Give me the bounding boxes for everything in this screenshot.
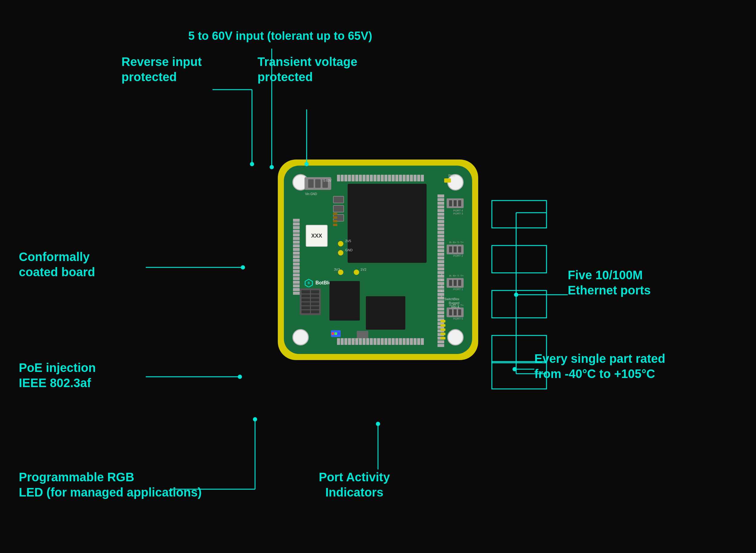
programmable-rgb-label: Programmable RGBLED (for managed applica… bbox=[19, 469, 202, 500]
main-chip bbox=[348, 184, 427, 263]
vin-gnd-label: Vin GND bbox=[305, 192, 317, 196]
activity-leds bbox=[441, 320, 445, 339]
svg-point-3 bbox=[270, 165, 274, 169]
dot-1v2 bbox=[354, 269, 359, 275]
board-outer: Vin GND 5-60V PWR XXX 2V5 GND 3 bbox=[278, 160, 478, 360]
act-led-1 bbox=[441, 320, 445, 322]
port-1-group: R- R+ T- T+ PORT 1 bbox=[447, 274, 464, 291]
pwr-led bbox=[444, 178, 451, 183]
pwr-label: PWR bbox=[449, 174, 455, 177]
dot-2v5 bbox=[338, 241, 344, 246]
botblox-icon: B bbox=[304, 279, 313, 287]
act-led-3 bbox=[441, 328, 445, 331]
svg-point-10 bbox=[241, 265, 245, 269]
chip-bottom-left bbox=[329, 281, 360, 321]
port-5-label: PORT 5 bbox=[447, 317, 464, 320]
svg-rect-25 bbox=[492, 201, 547, 228]
reverse-input-label: Reverse inputprotected bbox=[121, 54, 202, 84]
conformally-coated-label: Conformallycoated board bbox=[19, 249, 95, 280]
dot-gnd bbox=[338, 250, 344, 255]
pin-header-left bbox=[293, 219, 300, 295]
voltage-board-label: 5-60V bbox=[323, 179, 332, 182]
ethernet-ports-label: Five 10/100MEthernet ports bbox=[568, 267, 651, 298]
resistor-col bbox=[333, 213, 337, 226]
board-wrapper: Vin GND 5-60V PWR XXX 2V5 GND 3 bbox=[278, 160, 478, 360]
svg-rect-26 bbox=[492, 245, 547, 273]
pin-header-top bbox=[337, 175, 424, 181]
svg-text:B: B bbox=[307, 282, 310, 285]
xxx-chip: XXX bbox=[306, 225, 327, 247]
chip-bottom-right bbox=[366, 296, 405, 330]
v-label-gnd: GND bbox=[345, 248, 353, 252]
temperature-rated-label: Every single part ratedfrom -40°C to +10… bbox=[534, 351, 665, 381]
voltage-range-label: 5 to 60V input (tolerant up to 65V) bbox=[188, 29, 372, 44]
transient-voltage-label: Transient voltageprotected bbox=[258, 54, 357, 84]
boot-button bbox=[357, 331, 368, 338]
v-label-1v2: 1V2 bbox=[360, 268, 367, 271]
led-numbers: 43215 bbox=[441, 272, 442, 299]
boot-label: BOOT bbox=[351, 338, 360, 341]
port-1-label: PORT 1 bbox=[447, 288, 464, 291]
svg-point-17 bbox=[376, 422, 380, 426]
port-4-3-group: PORT 4PORT 3 bbox=[447, 199, 464, 215]
rgb-led bbox=[331, 330, 341, 337]
pin-header-bottom bbox=[337, 338, 424, 345]
svg-point-15 bbox=[253, 417, 257, 421]
board-inner: Vin GND 5-60V PWR XXX 2V5 GND 3 bbox=[284, 166, 472, 354]
port-2-label: PORT 2 bbox=[447, 254, 464, 257]
corner-br bbox=[447, 329, 464, 345]
svg-point-24 bbox=[512, 367, 517, 371]
svg-point-6 bbox=[250, 162, 254, 166]
act-led-4 bbox=[441, 333, 445, 335]
xxx-chip-label: XXX bbox=[311, 233, 322, 239]
svg-point-22 bbox=[514, 293, 518, 297]
svg-point-12 bbox=[238, 375, 242, 379]
v-label-2v5: 2V5 bbox=[345, 239, 351, 243]
v-label-3v3: 3V3 bbox=[334, 268, 340, 271]
port-43-label: PORT 4PORT 3 bbox=[447, 209, 464, 215]
poe-injection-label: PoE injectionIEEE 802.3af bbox=[19, 360, 96, 390]
corner-bl bbox=[292, 329, 309, 345]
switchblox-label: SwitchBloxRuggedRev A bbox=[445, 297, 459, 309]
act-led-5 bbox=[441, 337, 445, 339]
svg-rect-27 bbox=[492, 291, 547, 318]
poe-connector bbox=[300, 288, 321, 315]
port-2-group: R- R+ T- T+ PORT 2 bbox=[447, 241, 464, 257]
act-led-2 bbox=[441, 324, 445, 327]
port-activity-label: Port ActivityIndicators bbox=[319, 469, 390, 500]
